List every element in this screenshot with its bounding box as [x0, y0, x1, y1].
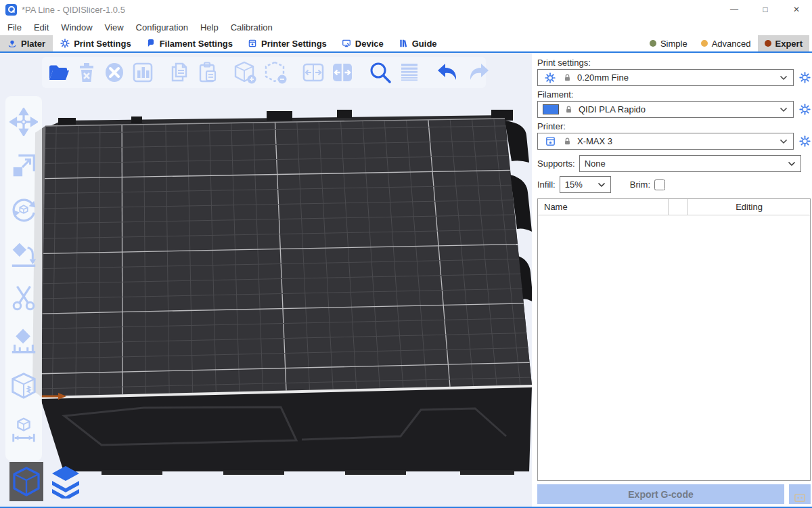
mode-advanced-label: Advanced	[712, 39, 751, 49]
tab-guide-label: Guide	[412, 39, 437, 49]
menu-window[interactable]: Window	[55, 22, 98, 33]
edit-printer-button[interactable]	[797, 135, 812, 147]
arrange-button[interactable]	[132, 60, 154, 85]
search-icon	[368, 60, 392, 85]
export-gcode-button[interactable]: Export G-code	[537, 484, 784, 504]
advanced-dot-icon	[701, 40, 708, 47]
chevron-down-icon	[597, 179, 606, 190]
cut-scissors-icon	[9, 284, 38, 312]
chevron-down-icon	[780, 107, 788, 112]
maximize-button[interactable]: □	[750, 0, 781, 19]
paint-supports-gizmo-button[interactable]	[9, 327, 39, 357]
remove-instance-icon	[263, 60, 288, 85]
menu-help[interactable]: Help	[194, 22, 225, 33]
close-button[interactable]: ✕	[781, 0, 812, 19]
export-removable-button[interactable]	[789, 484, 811, 504]
tab-device-label: Device	[355, 39, 384, 49]
menu-file[interactable]: File	[1, 22, 28, 33]
tab-printer-settings[interactable]: Printer Settings	[240, 35, 334, 51]
measure-gizmo-button[interactable]	[9, 415, 39, 445]
3d-editor-view-button[interactable]	[9, 462, 43, 501]
column-editing[interactable]: Editing	[688, 199, 810, 215]
scale-icon	[9, 152, 38, 180]
scale-gizmo-button[interactable]	[9, 151, 39, 181]
redo-button[interactable]	[466, 60, 491, 85]
lock-icon	[562, 136, 572, 146]
menu-calibration[interactable]: Calibration	[225, 22, 279, 33]
app-window: *PA Line - QIDISlicer-1.0.5 — □ ✕ File E…	[0, 0, 812, 508]
mode-expert-label: Expert	[775, 39, 803, 49]
mode-simple[interactable]: Simple	[643, 35, 694, 51]
tab-print-settings-label: Print Settings	[74, 39, 131, 49]
window-title: *PA Line - QIDISlicer-1.0.5	[22, 5, 125, 15]
simple-dot-icon	[650, 40, 656, 47]
mode-simple-label: Simple	[660, 39, 687, 49]
tab-filament-settings-label: Filament Settings	[160, 39, 233, 49]
menu-view[interactable]: View	[99, 22, 130, 33]
title-bar: *PA Line - QIDISlicer-1.0.5 — □ ✕	[0, 0, 812, 19]
viewport-toolbar	[42, 57, 486, 88]
3d-viewport[interactable]	[0, 53, 532, 507]
measure-icon	[9, 416, 38, 444]
printer-icon	[543, 135, 558, 147]
split-parts-button[interactable]	[331, 60, 354, 85]
seam-gizmo-button[interactable]	[9, 371, 39, 401]
edit-print-settings-button[interactable]	[797, 72, 812, 83]
column-extruder[interactable]	[669, 199, 688, 215]
remove-instance-button[interactable]	[263, 60, 288, 85]
tab-plater[interactable]: Plater	[0, 35, 53, 51]
tab-guide[interactable]: Guide	[391, 35, 445, 51]
3d-view-cube-icon	[12, 466, 41, 497]
paste-button[interactable]	[197, 60, 219, 85]
printer-combo[interactable]: X-MAX 3	[537, 133, 794, 150]
tab-plater-label: Plater	[21, 39, 45, 49]
print-settings-value: 0.20mm Fine	[577, 72, 775, 83]
lock-icon	[562, 72, 572, 83]
preview-layers-view-button[interactable]	[49, 462, 83, 501]
tab-printer-settings-label: Printer Settings	[261, 39, 327, 49]
filament-label: Filament:	[537, 89, 812, 101]
brim-checkbox[interactable]	[654, 179, 665, 190]
mode-advanced[interactable]: Advanced	[694, 35, 758, 51]
delete-button[interactable]	[76, 60, 97, 85]
delete-all-button[interactable]	[103, 60, 126, 85]
chevron-down-icon	[788, 158, 796, 169]
supports-combo[interactable]: None	[579, 155, 801, 172]
device-icon	[342, 39, 351, 48]
undo-button[interactable]	[436, 60, 460, 85]
search-button[interactable]	[368, 60, 392, 85]
place-on-face-gizmo-button[interactable]	[9, 239, 39, 269]
tab-print-settings[interactable]: Print Settings	[53, 35, 139, 51]
tab-device[interactable]: Device	[334, 35, 391, 51]
open-button[interactable]	[47, 60, 70, 85]
move-icon	[9, 108, 38, 136]
variable-layer-height-button[interactable]	[399, 60, 420, 85]
printer-label: Printer:	[537, 121, 812, 133]
edit-filament-button[interactable]	[797, 104, 812, 115]
build-plate-scene	[0, 53, 532, 507]
copy-button[interactable]	[168, 60, 191, 85]
infill-combo[interactable]: 15%	[560, 176, 611, 193]
move-gizmo-button[interactable]	[9, 107, 39, 137]
menu-bar: File Edit Window View Configuration Help…	[0, 19, 812, 35]
column-name[interactable]: Name	[538, 199, 669, 215]
tab-filament-settings[interactable]: Filament Settings	[139, 35, 240, 51]
split-objects-button[interactable]	[302, 60, 325, 85]
chevron-down-icon	[780, 139, 788, 144]
object-list-body[interactable]	[538, 215, 810, 480]
rotate-gizmo-button[interactable]	[9, 195, 39, 225]
add-instance-button[interactable]	[233, 60, 257, 85]
menu-edit[interactable]: Edit	[28, 22, 55, 33]
filament-icon	[146, 39, 156, 48]
supports-label: Supports:	[537, 158, 575, 169]
print-settings-combo[interactable]: 0.20mm Fine	[537, 69, 794, 86]
infill-value: 15%	[565, 179, 593, 190]
filament-combo[interactable]: QIDI PLA Rapido	[537, 101, 794, 118]
menu-configuration[interactable]: Configuration	[130, 22, 194, 33]
mode-expert[interactable]: Expert	[758, 35, 809, 51]
undo-icon	[436, 62, 460, 83]
minimize-button[interactable]: —	[719, 0, 750, 19]
cut-gizmo-button[interactable]	[9, 283, 39, 313]
gizmo-toolbar	[5, 96, 42, 461]
add-instance-icon	[233, 60, 257, 85]
